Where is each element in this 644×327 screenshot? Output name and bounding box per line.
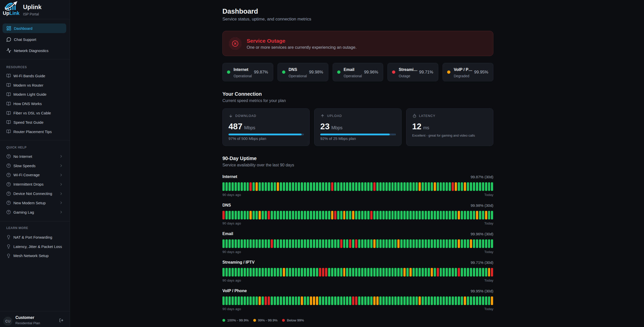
svg-text:UpLink: UpLink [3,10,19,16]
